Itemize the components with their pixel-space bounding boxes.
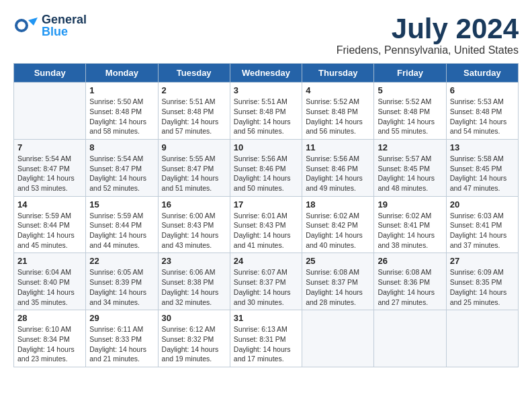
logo-blue: Blue	[42, 26, 87, 38]
calendar-cell: 15Sunrise: 5:59 AM Sunset: 8:44 PM Dayli…	[86, 196, 158, 253]
day-number: 31	[234, 313, 298, 323]
day-info: Sunrise: 6:08 AM Sunset: 8:36 PM Dayligh…	[378, 267, 442, 307]
day-info: Sunrise: 6:04 AM Sunset: 8:40 PM Dayligh…	[17, 267, 82, 307]
calendar-cell: 19Sunrise: 6:02 AM Sunset: 8:41 PM Dayli…	[374, 196, 446, 253]
day-number: 1	[89, 85, 154, 95]
day-number: 15	[89, 199, 154, 210]
day-number: 24	[234, 256, 298, 266]
calendar-week-3: 14Sunrise: 5:59 AM Sunset: 8:44 PM Dayli…	[14, 196, 519, 253]
calendar-cell: 13Sunrise: 5:58 AM Sunset: 8:45 PM Dayli…	[446, 139, 518, 196]
calendar-cell: 16Sunrise: 6:00 AM Sunset: 8:43 PM Dayli…	[158, 196, 230, 253]
day-number: 2	[162, 85, 226, 95]
day-number: 8	[89, 142, 154, 152]
calendar-cell: 7Sunrise: 5:54 AM Sunset: 8:47 PM Daylig…	[14, 139, 86, 196]
day-info: Sunrise: 6:07 AM Sunset: 8:37 PM Dayligh…	[234, 267, 298, 307]
day-number: 27	[450, 256, 515, 266]
day-number: 5	[378, 85, 442, 95]
day-header-monday: Monday	[86, 64, 158, 83]
logo: General Blue	[13, 13, 87, 38]
day-number: 7	[17, 142, 82, 152]
day-number: 26	[378, 256, 442, 266]
day-number: 22	[89, 256, 154, 266]
calendar-cell	[446, 310, 518, 367]
day-number: 30	[162, 313, 226, 323]
page-header: General Blue July 2024 Friedens, Pennsyl…	[13, 13, 519, 56]
day-number: 20	[450, 199, 515, 210]
day-header-wednesday: Wednesday	[230, 64, 302, 83]
calendar-cell: 11Sunrise: 5:56 AM Sunset: 8:46 PM Dayli…	[302, 139, 374, 196]
calendar-cell: 8Sunrise: 5:54 AM Sunset: 8:47 PM Daylig…	[86, 139, 158, 196]
calendar-cell: 3Sunrise: 5:51 AM Sunset: 8:48 PM Daylig…	[230, 83, 302, 140]
calendar-cell: 31Sunrise: 6:13 AM Sunset: 8:31 PM Dayli…	[230, 310, 302, 367]
calendar-cell: 4Sunrise: 5:52 AM Sunset: 8:48 PM Daylig…	[302, 83, 374, 140]
calendar-cell	[302, 310, 374, 367]
day-info: Sunrise: 5:55 AM Sunset: 8:47 PM Dayligh…	[162, 154, 226, 193]
day-info: Sunrise: 6:13 AM Sunset: 8:31 PM Dayligh…	[234, 324, 298, 364]
calendar-cell: 17Sunrise: 6:01 AM Sunset: 8:43 PM Dayli…	[230, 196, 302, 253]
day-info: Sunrise: 6:03 AM Sunset: 8:41 PM Dayligh…	[450, 211, 515, 250]
calendar-week-4: 21Sunrise: 6:04 AM Sunset: 8:40 PM Dayli…	[14, 253, 519, 310]
day-info: Sunrise: 5:53 AM Sunset: 8:48 PM Dayligh…	[450, 97, 515, 136]
calendar-week-5: 28Sunrise: 6:10 AM Sunset: 8:34 PM Dayli…	[14, 310, 519, 367]
calendar-cell: 12Sunrise: 5:57 AM Sunset: 8:45 PM Dayli…	[374, 139, 446, 196]
day-info: Sunrise: 6:02 AM Sunset: 8:41 PM Dayligh…	[378, 211, 442, 250]
calendar-cell	[374, 310, 446, 367]
day-info: Sunrise: 5:54 AM Sunset: 8:47 PM Dayligh…	[89, 154, 154, 193]
day-info: Sunrise: 6:10 AM Sunset: 8:34 PM Dayligh…	[17, 324, 82, 364]
logo-text-block: General Blue	[42, 13, 87, 38]
calendar-week-2: 7Sunrise: 5:54 AM Sunset: 8:47 PM Daylig…	[14, 139, 519, 196]
day-info: Sunrise: 5:52 AM Sunset: 8:48 PM Dayligh…	[306, 97, 370, 136]
day-number: 29	[89, 313, 154, 323]
calendar-cell	[14, 83, 86, 140]
day-header-thursday: Thursday	[302, 64, 374, 83]
calendar-cell: 24Sunrise: 6:07 AM Sunset: 8:37 PM Dayli…	[230, 253, 302, 310]
calendar-cell: 27Sunrise: 6:09 AM Sunset: 8:35 PM Dayli…	[446, 253, 518, 310]
day-number: 25	[306, 256, 370, 266]
calendar-table: SundayMondayTuesdayWednesdayThursdayFrid…	[13, 63, 519, 367]
calendar-cell: 18Sunrise: 6:02 AM Sunset: 8:42 PM Dayli…	[302, 196, 374, 253]
day-number: 19	[378, 199, 442, 210]
logo-icon	[13, 13, 38, 38]
day-number: 13	[450, 142, 515, 152]
title-block: July 2024 Friedens, Pennsylvania, United…	[337, 13, 519, 56]
calendar-cell: 2Sunrise: 5:51 AM Sunset: 8:48 PM Daylig…	[158, 83, 230, 140]
day-info: Sunrise: 5:56 AM Sunset: 8:46 PM Dayligh…	[234, 154, 298, 193]
day-info: Sunrise: 5:50 AM Sunset: 8:48 PM Dayligh…	[89, 97, 154, 136]
day-header-friday: Friday	[374, 64, 446, 83]
svg-point-1	[17, 21, 26, 30]
day-info: Sunrise: 5:59 AM Sunset: 8:44 PM Dayligh…	[89, 211, 154, 250]
day-info: Sunrise: 6:09 AM Sunset: 8:35 PM Dayligh…	[450, 267, 515, 307]
calendar-cell: 25Sunrise: 6:08 AM Sunset: 8:37 PM Dayli…	[302, 253, 374, 310]
day-info: Sunrise: 5:58 AM Sunset: 8:45 PM Dayligh…	[450, 154, 515, 193]
day-header-saturday: Saturday	[446, 64, 518, 83]
day-info: Sunrise: 5:52 AM Sunset: 8:48 PM Dayligh…	[378, 97, 442, 136]
calendar-cell: 6Sunrise: 5:53 AM Sunset: 8:48 PM Daylig…	[446, 83, 518, 140]
calendar-header: SundayMondayTuesdayWednesdayThursdayFrid…	[14, 64, 519, 83]
day-info: Sunrise: 6:01 AM Sunset: 8:43 PM Dayligh…	[234, 211, 298, 250]
location-subtitle: Friedens, Pennsylvania, United States	[337, 44, 519, 56]
day-number: 11	[306, 142, 370, 152]
day-info: Sunrise: 5:59 AM Sunset: 8:44 PM Dayligh…	[17, 211, 82, 250]
day-info: Sunrise: 6:08 AM Sunset: 8:37 PM Dayligh…	[306, 267, 370, 307]
day-number: 23	[162, 256, 226, 266]
day-info: Sunrise: 6:05 AM Sunset: 8:39 PM Dayligh…	[89, 267, 154, 307]
calendar-cell: 9Sunrise: 5:55 AM Sunset: 8:47 PM Daylig…	[158, 139, 230, 196]
day-number: 17	[234, 199, 298, 210]
calendar-cell: 28Sunrise: 6:10 AM Sunset: 8:34 PM Dayli…	[14, 310, 86, 367]
day-info: Sunrise: 5:51 AM Sunset: 8:48 PM Dayligh…	[234, 97, 298, 136]
day-info: Sunrise: 6:11 AM Sunset: 8:33 PM Dayligh…	[89, 324, 154, 364]
day-number: 28	[17, 313, 82, 323]
calendar-body: 1Sunrise: 5:50 AM Sunset: 8:48 PM Daylig…	[14, 83, 519, 367]
calendar-cell: 26Sunrise: 6:08 AM Sunset: 8:36 PM Dayli…	[374, 253, 446, 310]
day-info: Sunrise: 6:06 AM Sunset: 8:38 PM Dayligh…	[162, 267, 226, 307]
calendar-cell: 10Sunrise: 5:56 AM Sunset: 8:46 PM Dayli…	[230, 139, 302, 196]
day-number: 3	[234, 85, 298, 95]
days-of-week-row: SundayMondayTuesdayWednesdayThursdayFrid…	[14, 64, 519, 83]
day-number: 10	[234, 142, 298, 152]
day-header-tuesday: Tuesday	[158, 64, 230, 83]
day-number: 9	[162, 142, 226, 152]
calendar-cell: 22Sunrise: 6:05 AM Sunset: 8:39 PM Dayli…	[86, 253, 158, 310]
day-number: 18	[306, 199, 370, 210]
calendar-cell: 23Sunrise: 6:06 AM Sunset: 8:38 PM Dayli…	[158, 253, 230, 310]
calendar-cell: 30Sunrise: 6:12 AM Sunset: 8:32 PM Dayli…	[158, 310, 230, 367]
